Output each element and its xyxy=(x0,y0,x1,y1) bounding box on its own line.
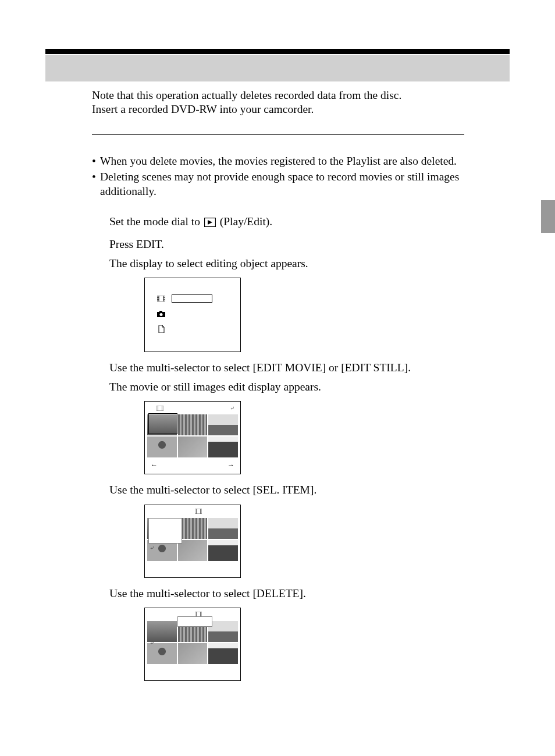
bullet-text: When you delete movies, the movies regis… xyxy=(100,154,488,168)
popup-menu xyxy=(177,616,212,627)
thumbnail xyxy=(147,436,177,457)
svg-rect-12 xyxy=(156,406,163,411)
step-2a: Press EDIT. xyxy=(109,235,488,254)
thumbnail xyxy=(178,643,208,664)
step-3b: The movie or still images edit display a… xyxy=(109,377,488,396)
figure-sel-item-popup: ⤶ xyxy=(144,505,241,578)
film-icon xyxy=(195,509,202,514)
svg-rect-15 xyxy=(195,509,202,514)
thumbnail xyxy=(147,643,177,664)
popup-menu xyxy=(148,518,182,544)
nav-left-icon: ← xyxy=(151,461,158,470)
bullet-text: Deleting scenes may not provide enough s… xyxy=(100,169,488,199)
black-rule xyxy=(45,49,510,54)
intro-line: Note that this operation actually delete… xyxy=(92,88,488,102)
film-icon xyxy=(156,296,166,301)
svg-rect-2 xyxy=(157,296,165,301)
play-edit-icon xyxy=(204,218,216,227)
step-3a: Use the multi-selector to select [EDIT M… xyxy=(109,358,488,377)
thumbnail xyxy=(178,540,208,561)
intro-line: Insert a recorded DVD-RW into your camco… xyxy=(92,102,488,116)
return-icon: ⤶ xyxy=(150,640,154,646)
step-text: (Play/Edit). xyxy=(217,215,272,228)
thumbnail xyxy=(208,414,238,435)
intro-text: Note that this operation actually delete… xyxy=(92,88,488,117)
list-item: • Deleting scenes may not provide enough… xyxy=(92,169,488,199)
side-tab xyxy=(541,200,555,233)
svg-point-11 xyxy=(160,313,163,316)
step-1: Set the mode dial to (Play/Edit). xyxy=(109,212,488,231)
bullet-dot: • xyxy=(92,169,100,199)
return-icon: ⤶ xyxy=(150,545,154,551)
thumbnail xyxy=(147,414,177,435)
nav-right-icon: → xyxy=(227,461,234,470)
notes-list: • When you delete movies, the movies reg… xyxy=(92,154,488,199)
step-text: Set the mode dial to xyxy=(109,215,203,228)
thumbnail xyxy=(178,414,208,435)
thumbnail xyxy=(147,621,177,642)
step-2b: The display to select editing object app… xyxy=(109,254,488,273)
step-5: Use the multi-selector to select [DELETE… xyxy=(109,584,488,603)
menu-highlight xyxy=(172,294,212,303)
figure-edit-menu xyxy=(144,278,241,352)
svg-rect-10 xyxy=(159,311,162,313)
title-band xyxy=(45,55,510,81)
page-icon xyxy=(156,325,166,333)
list-item: • When you delete movies, the movies reg… xyxy=(92,154,488,168)
figure-thumbnail-grid: ⤶ ← → xyxy=(144,401,241,474)
thumbnail xyxy=(208,643,238,664)
thumbnail xyxy=(208,540,238,561)
divider xyxy=(92,134,464,135)
thumbnail xyxy=(178,518,208,539)
film-icon xyxy=(156,406,163,411)
thumbnail xyxy=(178,436,208,457)
page-content: Note that this operation actually delete… xyxy=(0,0,555,681)
svg-marker-1 xyxy=(208,220,212,225)
thumbnail xyxy=(208,621,238,642)
step-4: Use the multi-selector to select [SEL. I… xyxy=(109,480,488,499)
thumbnail xyxy=(208,518,238,539)
thumbnail xyxy=(208,436,238,457)
bullet-dot: • xyxy=(92,154,100,168)
camera-icon xyxy=(156,311,166,317)
figure-delete-popup: ⤶ xyxy=(144,608,241,681)
return-icon: ⤶ xyxy=(230,405,234,411)
